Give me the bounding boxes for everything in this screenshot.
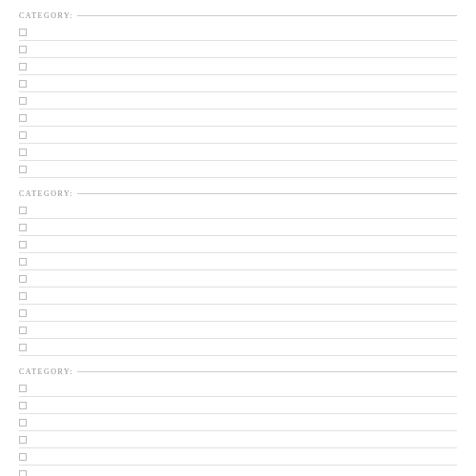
checkbox[interactable]: [19, 309, 27, 317]
checklist-row[interactable]: [19, 253, 457, 270]
checklist-row[interactable]: [19, 288, 457, 305]
row-write-area: [34, 49, 457, 50]
category-section-3: CATEGORY:: [19, 364, 457, 476]
row-write-area: [34, 83, 457, 84]
checkbox[interactable]: [19, 292, 27, 300]
checkbox[interactable]: [19, 453, 27, 461]
category-divider-3: [77, 371, 457, 372]
checklist-row[interactable]: [19, 24, 457, 41]
checkbox[interactable]: [19, 470, 27, 477]
checkbox[interactable]: [19, 419, 27, 426]
category-label-1: CATEGORY:: [19, 11, 73, 20]
checkbox[interactable]: [19, 149, 27, 156]
checkbox[interactable]: [19, 80, 27, 88]
checkbox[interactable]: [19, 166, 27, 173]
category-header-1: CATEGORY:: [19, 8, 457, 20]
row-write-area: [34, 329, 457, 330]
checkbox[interactable]: [19, 114, 27, 122]
row-write-area: [34, 473, 457, 474]
row-write-area: [34, 312, 457, 313]
checklist-row[interactable]: [19, 41, 457, 58]
category-label-2: CATEGORY:: [19, 189, 73, 198]
category-label-3: CATEGORY:: [19, 367, 73, 376]
checkbox[interactable]: [19, 344, 27, 351]
checklist-row[interactable]: [19, 236, 457, 253]
category-header-3: CATEGORY:: [19, 364, 457, 376]
row-write-area: [34, 456, 457, 457]
checklist-row[interactable]: [19, 305, 457, 322]
category-section-1: CATEGORY:: [19, 8, 457, 178]
checklist-row[interactable]: [19, 270, 457, 288]
checklist-row[interactable]: [19, 92, 457, 109]
row-write-area: [34, 66, 457, 67]
row-write-area: [34, 439, 457, 440]
row-write-area: [34, 295, 457, 296]
checkbox[interactable]: [19, 46, 27, 53]
row-write-area: [34, 387, 457, 388]
category-divider-1: [77, 15, 457, 16]
checklist-row[interactable]: [19, 397, 457, 414]
checklist-row[interactable]: [19, 109, 457, 127]
row-write-area: [34, 31, 457, 32]
row-write-area: [34, 278, 457, 279]
checkbox[interactable]: [19, 97, 27, 105]
checkbox[interactable]: [19, 385, 27, 392]
row-write-area: [34, 117, 457, 118]
checklist-row[interactable]: [19, 161, 457, 178]
checklist-row[interactable]: [19, 75, 457, 92]
checklist-row[interactable]: [19, 58, 457, 75]
checkbox[interactable]: [19, 224, 27, 231]
checkbox[interactable]: [19, 258, 27, 266]
checklist-row[interactable]: [19, 466, 457, 476]
row-write-area: [34, 151, 457, 152]
row-write-area: [34, 134, 457, 135]
checklist-row[interactable]: [19, 144, 457, 161]
checkbox[interactable]: [19, 131, 27, 139]
checklist-row[interactable]: [19, 380, 457, 397]
checklist-row[interactable]: [19, 202, 457, 219]
checkbox[interactable]: [19, 275, 27, 283]
checklist-rows-3: [19, 380, 457, 476]
checklist-row[interactable]: [19, 127, 457, 144]
category-section-2: CATEGORY:: [19, 186, 457, 356]
row-write-area: [34, 405, 457, 406]
checkbox[interactable]: [19, 207, 27, 214]
row-write-area: [34, 169, 457, 169]
row-write-area: [34, 244, 457, 245]
row-write-area: [34, 422, 457, 423]
checkbox[interactable]: [19, 63, 27, 70]
row-write-area: [34, 261, 457, 262]
checklist-rows-2: [19, 202, 457, 356]
checklist-row[interactable]: [19, 219, 457, 236]
row-write-area: [34, 347, 457, 347]
checkbox[interactable]: [19, 436, 27, 444]
category-divider-2: [77, 193, 457, 194]
checkbox[interactable]: [19, 241, 27, 248]
checklist-row[interactable]: [19, 339, 457, 356]
category-header-2: CATEGORY:: [19, 186, 457, 198]
row-write-area: [34, 227, 457, 228]
checklist-row[interactable]: [19, 414, 457, 431]
checklist-row[interactable]: [19, 322, 457, 339]
checklist-row[interactable]: [19, 431, 457, 448]
checkbox[interactable]: [19, 402, 27, 409]
row-write-area: [34, 209, 457, 210]
row-write-area: [34, 100, 457, 101]
page: CATEGORY:CATEGORY:CATEGORY:: [0, 0, 476, 476]
checklist-row[interactable]: [19, 448, 457, 466]
checkbox[interactable]: [19, 327, 27, 334]
checkbox[interactable]: [19, 29, 27, 36]
checklist-rows-1: [19, 24, 457, 178]
